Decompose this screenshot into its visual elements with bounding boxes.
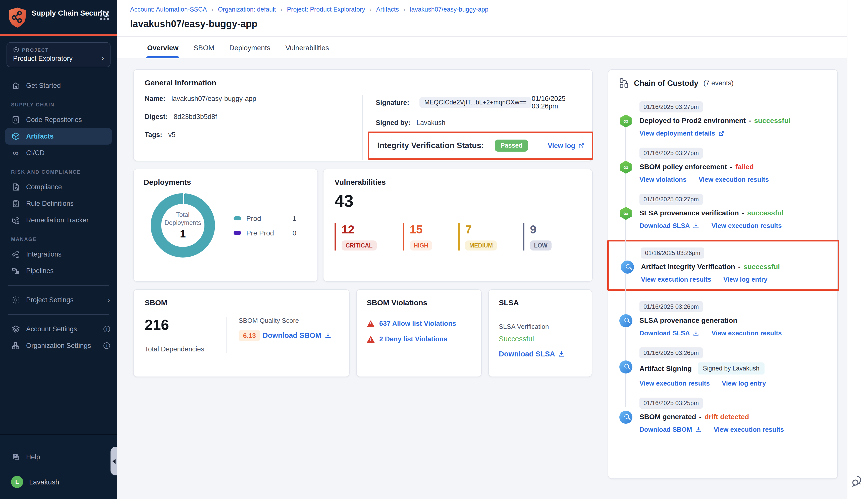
scan-event-icon xyxy=(619,361,632,374)
card-title: SBOM xyxy=(145,298,338,307)
sidebar-item-compliance[interactable]: Compliance xyxy=(0,179,117,195)
integrity-label: Integrity Verification Status: xyxy=(377,141,484,150)
chevron-right-icon: › xyxy=(108,296,110,304)
vulnerabilities-total: 43 xyxy=(335,191,581,211)
view-deployment-details-link[interactable]: View deployment details xyxy=(639,130,724,137)
tab-vulnerabilities[interactable]: Vulnerabilities xyxy=(284,44,330,58)
sidebar-item-organization-settings[interactable]: Organization Settings i xyxy=(0,337,117,354)
event-timestamp: 01/16/2025 03:27pm xyxy=(639,194,703,205)
card-title: SLSA xyxy=(499,298,582,307)
content-area: General Information Name: lavakush07/eas… xyxy=(117,58,847,499)
warning-icon xyxy=(367,320,375,327)
view-execution-results-link[interactable]: View execution results xyxy=(641,276,711,283)
sidebar-collapse-handle[interactable] xyxy=(110,447,117,475)
card-title: General Information xyxy=(145,78,581,87)
status-badge: Passed xyxy=(495,139,528,151)
home-icon xyxy=(11,81,20,90)
avatar: L xyxy=(11,476,23,488)
sidebar-item-get-started[interactable]: Get Started xyxy=(0,77,117,94)
breadcrumb-account[interactable]: Account: Automation-SSCA xyxy=(130,6,207,13)
breadcrumb-current[interactable]: lavakush07/easy-buggy-app xyxy=(410,6,489,13)
cube-icon xyxy=(11,132,20,141)
pipeline-event-icon xyxy=(619,207,632,220)
section-supply-chain: SUPPLY CHAIN xyxy=(0,102,117,107)
sidebar-item-help[interactable]: ? Help xyxy=(0,449,117,465)
sidebar-item-integrations[interactable]: Integrations xyxy=(0,246,117,263)
sidebar-item-cicd[interactable]: ∞ CI/CD xyxy=(0,145,117,161)
tab-bar: Overview SBOM Deployments Vulnerabilitie… xyxy=(117,37,847,58)
deny-list-violations-link[interactable]: 2 Deny list Violations xyxy=(379,335,447,343)
severity-low: 9 LOW xyxy=(523,223,552,251)
scan-event-icon xyxy=(619,411,632,424)
download-sbom-link[interactable]: Download SBOM xyxy=(639,426,701,433)
view-execution-results-link[interactable]: View execution results xyxy=(712,222,782,229)
view-log-link[interactable]: View log xyxy=(548,142,585,149)
tab-overview[interactable]: Overview xyxy=(146,44,180,58)
download-icon xyxy=(324,332,331,339)
chat-support-icon[interactable] xyxy=(851,475,864,487)
total-dependencies-value: 216 xyxy=(145,317,226,333)
shield-logo-icon xyxy=(8,7,27,28)
view-violations-link[interactable]: View violations xyxy=(639,176,686,183)
app-grid-icon[interactable] xyxy=(100,11,109,20)
total-dependencies-label: Total Dependencies xyxy=(145,345,226,353)
pipeline-event-icon xyxy=(619,161,632,174)
sidebar-item-pipelines[interactable]: Pipelines xyxy=(0,263,117,279)
donut-center-value: 1 xyxy=(180,228,185,240)
tab-deployments[interactable]: Deployments xyxy=(228,44,271,58)
download-sbom-link[interactable]: Download SBOM xyxy=(263,331,331,339)
sidebar-item-code-repositories[interactable]: Code Repositories xyxy=(0,111,117,128)
download-slsa-link[interactable]: Download SLSA xyxy=(639,329,699,337)
info-icon[interactable]: i xyxy=(104,342,110,349)
card-title: SBOM Violations xyxy=(367,298,471,307)
sidebar-item-rule-definitions[interactable]: Rule Definitions xyxy=(0,195,117,212)
view-execution-results-link[interactable]: View execution results xyxy=(712,329,782,337)
event-title: Artifact Integrity Verification xyxy=(641,263,735,271)
view-execution-results-link[interactable]: View execution results xyxy=(639,379,710,387)
topbar: Account: Automation-SSCA› Organization: … xyxy=(117,0,847,37)
user-menu[interactable]: L Lavakush xyxy=(0,473,117,490)
name-label: Name: xyxy=(145,95,166,102)
sidebar-item-remediation-tracker[interactable]: Remediation Tracker xyxy=(0,212,117,228)
external-link-icon xyxy=(578,142,585,149)
view-log-entry-link[interactable]: View log entry xyxy=(722,379,766,387)
event-timestamp: 01/16/2025 03:26pm xyxy=(641,247,704,258)
download-icon xyxy=(558,350,565,357)
legend-swatch xyxy=(233,216,241,220)
brand: Supply Chain Security xyxy=(0,0,117,28)
legend-item-prod: Prod 1 xyxy=(233,214,297,222)
signature-value: MEQCICde2VjIT...bL+2+mqnOXw== xyxy=(420,97,532,108)
tab-sbom[interactable]: SBOM xyxy=(193,44,215,58)
download-slsa-link[interactable]: Download SLSA xyxy=(499,350,565,358)
slsa-verification-label: SLSA Verification xyxy=(499,323,582,330)
project-label-row: PROJECT xyxy=(13,47,104,53)
view-execution-results-link[interactable]: View execution results xyxy=(698,176,769,183)
timeline-event-slsa-generation: 01/16/2025 03:26pm SLSA provenance gener… xyxy=(619,301,826,337)
scan-event-icon xyxy=(621,260,634,273)
section-manage: MANAGE xyxy=(0,236,117,242)
project-selector[interactable]: PROJECT Product Exploratory › xyxy=(7,42,110,67)
breadcrumb-separator: › xyxy=(370,6,372,13)
sidebar-item-account-settings[interactable]: Account Settings i xyxy=(0,321,117,337)
allow-list-violations-row: 637 Allow list Violations xyxy=(367,320,471,327)
download-slsa-link[interactable]: Download SLSA xyxy=(639,222,699,229)
allow-list-violations-link[interactable]: 637 Allow list Violations xyxy=(379,320,456,327)
event-title: Artifact Signing xyxy=(639,364,692,373)
sbom-card: SBOM 216 Total Dependencies SBOM Quality… xyxy=(133,289,350,377)
sidebar-item-artifacts[interactable]: Artifacts xyxy=(5,128,112,145)
legend-swatch xyxy=(233,231,241,235)
vulnerabilities-card: Vulnerabilities 43 12 CRITICAL 15 HIGH xyxy=(323,169,593,282)
breadcrumb-artifacts[interactable]: Artifacts xyxy=(376,6,399,13)
workflow-icon xyxy=(619,78,629,88)
view-log-entry-link[interactable]: View log entry xyxy=(723,276,768,283)
sidebar-item-project-settings[interactable]: Project Settings › xyxy=(0,292,117,308)
info-icon[interactable]: i xyxy=(104,326,110,332)
breadcrumb: Account: Automation-SSCA› Organization: … xyxy=(130,6,835,13)
breadcrumb-project[interactable]: Project: Product Exploratory xyxy=(287,6,365,13)
artifact-integrity-highlight-box: 01/16/2025 03:26pm Artifact Integrity Ve… xyxy=(607,240,839,291)
view-execution-results-link[interactable]: View execution results xyxy=(713,426,784,433)
clipboard-check-icon xyxy=(11,199,20,208)
timeline-event-sbom-policy: 01/16/2025 03:27pm SBOM policy enforceme… xyxy=(619,148,826,183)
scan-event-icon xyxy=(619,314,632,327)
breadcrumb-organization[interactable]: Organization: default xyxy=(218,6,276,13)
